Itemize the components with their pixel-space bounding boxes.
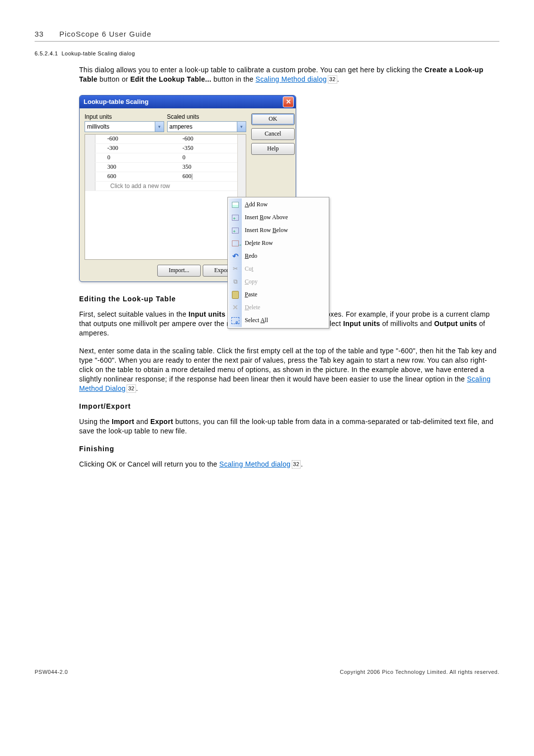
text: and (134, 418, 150, 425)
menu-delete-row[interactable]: Delete Row (229, 237, 328, 250)
add-row-hint: Click to add a new row (95, 182, 170, 190)
delete-row-icon (231, 239, 239, 247)
text: button in the (211, 75, 255, 83)
add-row-icon (231, 201, 239, 209)
editing-paragraph-2: Next, enter some data in the scaling tab… (79, 346, 499, 393)
text-bold: Edit the Lookup Table... (130, 75, 211, 83)
page-ref: 32 (127, 384, 136, 393)
chevron-down-icon: ▾ (237, 122, 246, 132)
text: . (337, 75, 339, 83)
scaled-units-value: amperes (168, 123, 237, 130)
footer-right: Copyright 2006 Pico Technology Limited. … (340, 669, 499, 675)
cut-icon: ✂ (231, 265, 239, 273)
menu-insert-row-below[interactable]: Insert Row Below (229, 224, 328, 237)
text: of millivolts and (380, 320, 434, 328)
section-number: 6.5.2.4.1 Lookup-table Scaling dialog (35, 50, 499, 56)
text: . (301, 460, 303, 468)
footer-left: PSW044-2.0 (35, 669, 68, 675)
menu-add-row[interactable]: Add Row (229, 198, 328, 211)
ok-button[interactable]: OK (251, 113, 295, 125)
menu-insert-row-above[interactable]: Insert Row Above (229, 211, 328, 224)
scaled-units-label: Scaled units (167, 113, 247, 120)
heading-finishing: Finishing (79, 445, 499, 453)
text-bold: Export (150, 418, 173, 425)
scaling-method-link[interactable]: Scaling Method dialog (256, 75, 327, 83)
page-ref: 32 (328, 75, 337, 84)
text-bold: Input units (343, 320, 380, 328)
insert-below-icon (231, 227, 239, 235)
text: button or (97, 75, 130, 83)
cell-out[interactable]: 350 (171, 163, 246, 171)
input-units-combo[interactable]: millivolts ▾ (85, 121, 164, 132)
paste-icon (231, 291, 239, 299)
table-row[interactable]: 00 (85, 153, 246, 163)
text: Using the (79, 418, 112, 425)
lookup-table-grid[interactable]: -600-600 -300-350 00 300350 600600| Clic… (85, 134, 246, 260)
table-row-add[interactable]: Click to add a new row (85, 182, 246, 191)
text: Next, enter some data in the scaling tab… (79, 347, 496, 383)
cell-out[interactable]: -350 (171, 144, 246, 152)
text: This dialog allows you to enter a look-u… (79, 66, 424, 74)
text: Clicking OK or Cancel will return you to… (79, 460, 220, 468)
guide-title: PicoScope 6 User Guide (59, 30, 151, 38)
page-number: 33 (35, 30, 59, 38)
menu-cut: ✂Cut (229, 263, 328, 276)
intro-paragraph: This dialog allows you to enter a look-u… (79, 65, 499, 84)
cell-in[interactable]: 600 (95, 173, 171, 180)
text-bold: Input units (188, 310, 225, 318)
text-bold: Output units (434, 320, 477, 328)
input-units-value: millivolts (85, 123, 155, 130)
table-row[interactable]: -300-350 (85, 144, 246, 153)
menu-redo[interactable]: ↶Redo (229, 250, 328, 263)
page-footer: PSW044-2.0 Copyright 2006 Pico Technolog… (35, 669, 499, 675)
delete-icon: ✕ (231, 304, 239, 312)
cell-in[interactable]: -600 (95, 135, 171, 142)
chevron-down-icon: ▾ (155, 122, 164, 132)
cell-in[interactable]: 0 (95, 154, 171, 161)
dialog-screenshot: Lookup-table Scaling ✕ Input units milli… (79, 95, 326, 282)
redo-icon: ↶ (231, 252, 239, 260)
cell-out[interactable]: 0 (171, 154, 246, 161)
import-paragraph: Using the Import and Export buttons, you… (79, 417, 499, 436)
page-ref: 32 (292, 460, 301, 469)
copy-icon: ⧉ (231, 278, 239, 286)
insert-above-icon (231, 214, 239, 222)
text: First, select suitable values in the (79, 310, 188, 318)
text: . (136, 384, 138, 392)
finishing-paragraph: Clicking OK or Cancel will return you to… (79, 460, 499, 469)
menu-copy: ⧉Copy (229, 276, 328, 288)
cell-in[interactable]: 300 (95, 163, 171, 171)
table-row[interactable]: 600600| (85, 172, 246, 182)
close-icon[interactable]: ✕ (283, 96, 294, 107)
menu-delete: ✕Delete (229, 301, 328, 314)
menu-paste[interactable]: Paste (229, 288, 328, 301)
text-bold: Import (112, 418, 134, 425)
section-heading: Lookup-table Scaling dialog (61, 50, 135, 56)
import-button[interactable]: Import... (157, 265, 201, 277)
table-row[interactable]: 300350 (85, 163, 246, 172)
dialog-titlebar: Lookup-table Scaling ✕ (80, 95, 296, 108)
dialog-title: Lookup-table Scaling (84, 98, 148, 105)
section-num-text: 6.5.2.4.1 (35, 50, 58, 56)
page-header: 33 PicoScope 6 User Guide (35, 30, 499, 42)
help-button[interactable]: Help (251, 143, 295, 155)
table-row[interactable]: -600-600 (85, 135, 246, 144)
cancel-button[interactable]: Cancel (251, 128, 295, 140)
context-menu: Add Row Insert Row Above Insert Row Belo… (227, 197, 329, 329)
scaled-units-combo[interactable]: amperes ▾ (167, 121, 247, 132)
cell-out[interactable]: -600 (171, 135, 246, 142)
input-units-label: Input units (85, 113, 164, 120)
cell-out[interactable]: 600| (171, 173, 246, 180)
menu-select-all[interactable]: Select All (229, 314, 328, 327)
select-all-icon (231, 317, 239, 325)
cell-in[interactable]: -300 (95, 144, 171, 152)
scaling-method-link-3[interactable]: Scaling Method dialog (220, 460, 291, 468)
heading-import-export: Import/Export (79, 402, 499, 410)
